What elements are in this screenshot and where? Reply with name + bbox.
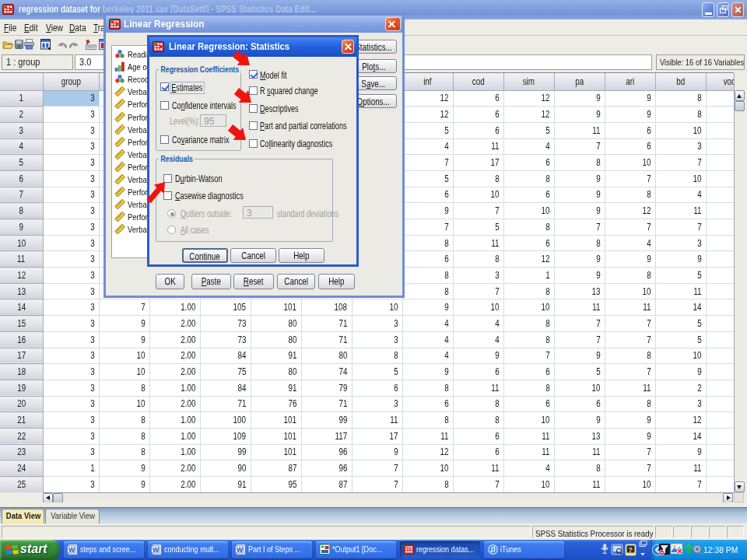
svg-text:W: W	[237, 546, 244, 554]
svg-text:?: ?	[629, 546, 633, 554]
svg-text:W: W	[153, 546, 160, 554]
svg-text:W: W	[68, 546, 75, 554]
